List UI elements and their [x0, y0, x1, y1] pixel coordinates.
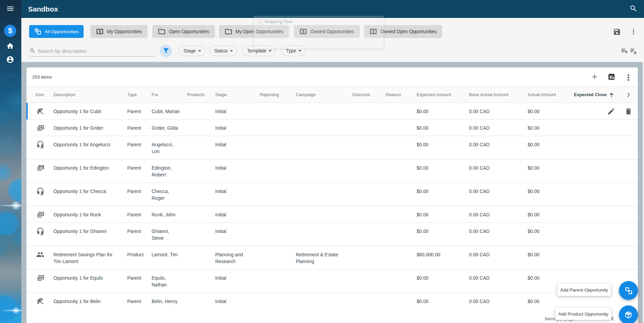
svg-text:$: $	[99, 29, 101, 34]
